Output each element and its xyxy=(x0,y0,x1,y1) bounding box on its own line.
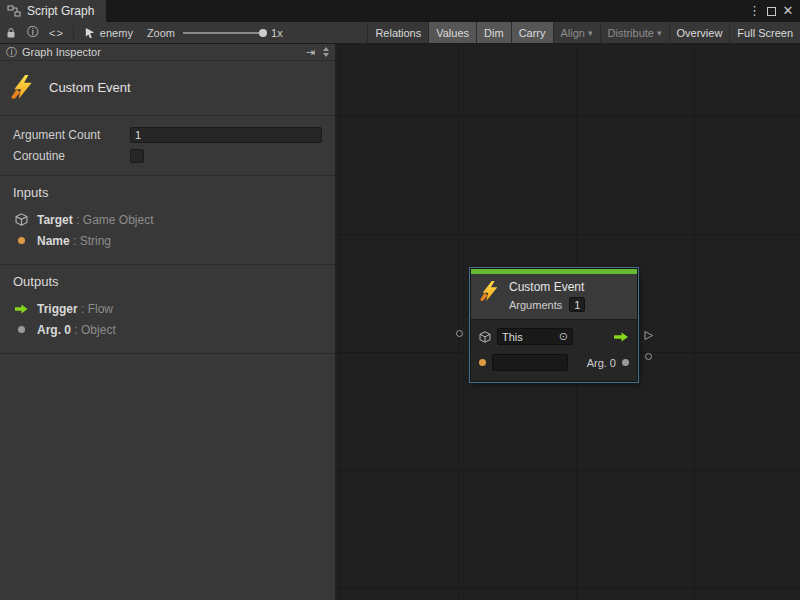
code-icon: <> xyxy=(49,27,64,39)
inspector-toggle-button[interactable]: ⓘ xyxy=(22,22,44,43)
tab-title: Script Graph xyxy=(27,4,94,18)
node-body: This ⊙ Arg. 0 xyxy=(471,320,637,381)
zoom-value: 1x xyxy=(271,27,283,39)
info-icon: ⓘ xyxy=(27,24,39,41)
values-button[interactable]: Values xyxy=(428,22,476,43)
graph-toolbar: ⓘ <> enemy Zoom 1x Relations Values Dim … xyxy=(0,22,800,44)
arg0-output-port[interactable] xyxy=(645,353,652,360)
cube-icon xyxy=(479,331,491,343)
carry-button[interactable]: Carry xyxy=(511,22,553,43)
toolbar-buttons: Relations Values Dim Carry Align ▾ Distr… xyxy=(367,22,800,43)
port-type: : String xyxy=(73,234,111,248)
target-input-port[interactable] xyxy=(456,330,463,337)
close-icon[interactable]: ✕ xyxy=(782,0,794,22)
arg-port-row: Arg. 0 xyxy=(479,352,629,373)
port-name: Trigger xyxy=(37,302,78,316)
dock-icon[interactable]: ⇥ xyxy=(306,46,315,59)
pointer-icon xyxy=(84,27,96,39)
value-port-icon xyxy=(13,237,29,244)
arg0-label: Arg. 0 xyxy=(587,357,616,369)
inspector-stepper[interactable] xyxy=(320,47,332,57)
align-label: Align xyxy=(561,27,585,39)
node-title: Custom Event xyxy=(509,280,585,294)
maximize-icon[interactable] xyxy=(767,7,776,16)
fullscreen-button[interactable]: Full Screen xyxy=(729,22,800,43)
dim-button[interactable]: Dim xyxy=(476,22,511,43)
zoom-slider-handle[interactable] xyxy=(259,29,267,37)
toolbar-separator xyxy=(73,26,74,40)
list-item: Trigger : Flow xyxy=(13,298,322,319)
menu-kebab-icon[interactable]: ⋮ xyxy=(748,0,761,22)
list-item: Name : String xyxy=(13,230,322,251)
argument-count-input[interactable] xyxy=(130,127,322,143)
relations-button[interactable]: Relations xyxy=(367,22,428,43)
fullscreen-label: Full Screen xyxy=(737,27,793,39)
values-label: Values xyxy=(436,27,469,39)
event-header: Custom Event xyxy=(0,61,335,116)
coroutine-checkbox[interactable] xyxy=(130,149,144,163)
graph-inspector-panel: ⓘ Graph Inspector ⇥ Custom Event Argumen… xyxy=(0,44,336,600)
inputs-section: Inputs Target : Game Object Name : Strin… xyxy=(0,176,335,265)
inspector-title: Graph Inspector xyxy=(22,46,101,58)
port-name: Name xyxy=(37,234,70,248)
outputs-title: Outputs xyxy=(13,274,322,289)
trigger-flow-icon[interactable] xyxy=(613,332,629,342)
argument-count-label: Argument Count xyxy=(13,128,130,142)
lock-icon xyxy=(5,27,17,39)
graph-owner-label: enemy xyxy=(100,27,133,39)
zoom-label: Zoom xyxy=(147,27,175,39)
node-header[interactable]: Custom Event Arguments 1 xyxy=(471,274,637,320)
port-type: : Object xyxy=(74,323,115,337)
port-type: : Game Object xyxy=(76,213,153,227)
inputs-title: Inputs xyxy=(13,185,322,200)
info-icon: ⓘ xyxy=(6,45,17,60)
relations-label: Relations xyxy=(375,27,421,39)
cube-icon xyxy=(13,213,29,226)
window-controls: ⋮ ✕ xyxy=(748,0,800,22)
list-item: Arg. 0 : Object xyxy=(13,319,322,340)
overview-button[interactable]: Overview xyxy=(669,22,730,43)
trigger-output-port[interactable] xyxy=(643,327,654,345)
custom-event-icon xyxy=(479,280,501,302)
arg0-port-icon[interactable] xyxy=(622,359,629,366)
chevron-down-icon: ▾ xyxy=(588,28,593,38)
event-title: Custom Event xyxy=(49,80,131,95)
custom-event-node[interactable]: Custom Event Arguments 1 This ⊙ xyxy=(470,268,638,382)
lock-button[interactable] xyxy=(0,22,22,43)
carry-label: Carry xyxy=(519,27,546,39)
coroutine-label: Coroutine xyxy=(13,149,130,163)
graph-canvas[interactable]: Custom Event Arguments 1 This ⊙ xyxy=(336,44,800,600)
target-port-row: This ⊙ xyxy=(479,326,629,347)
target-dropdown[interactable]: This ⊙ xyxy=(497,328,573,345)
name-port-icon[interactable] xyxy=(479,359,486,366)
distribute-label: Distribute xyxy=(608,27,654,39)
port-type: : Flow xyxy=(81,302,113,316)
dim-label: Dim xyxy=(484,27,504,39)
target-value: This xyxy=(502,331,523,343)
object-port-icon xyxy=(13,326,29,333)
distribute-dropdown[interactable]: Distribute ▾ xyxy=(600,22,669,43)
custom-event-icon xyxy=(10,74,36,100)
crosshair-icon: ⊙ xyxy=(559,331,568,342)
tab-script-graph[interactable]: Script Graph xyxy=(0,0,106,22)
title-bar: Script Graph ⋮ ✕ xyxy=(0,0,800,22)
flow-arrow-icon xyxy=(13,304,29,314)
event-fields: Argument Count Coroutine xyxy=(0,116,335,176)
outputs-section: Outputs Trigger : Flow Arg. 0 : Object xyxy=(0,265,335,354)
arguments-count-field[interactable]: 1 xyxy=(569,297,585,312)
event-name-input[interactable] xyxy=(492,354,568,371)
list-item: Target : Game Object xyxy=(13,209,322,230)
arguments-label: Arguments xyxy=(509,299,562,311)
coroutine-row: Coroutine xyxy=(0,145,335,166)
align-dropdown[interactable]: Align ▾ xyxy=(553,22,600,43)
overview-label: Overview xyxy=(677,27,723,39)
chevron-down-icon: ▾ xyxy=(657,28,662,38)
port-name: Arg. 0 xyxy=(37,323,71,337)
port-name: Target xyxy=(37,213,73,227)
script-graph-icon xyxy=(7,5,21,17)
zoom-slider[interactable] xyxy=(183,32,263,34)
argument-count-row: Argument Count xyxy=(0,124,335,145)
inspector-header: ⓘ Graph Inspector ⇥ xyxy=(0,44,335,61)
edit-script-button[interactable]: <> xyxy=(44,22,69,43)
graph-owner[interactable]: enemy xyxy=(84,27,133,39)
